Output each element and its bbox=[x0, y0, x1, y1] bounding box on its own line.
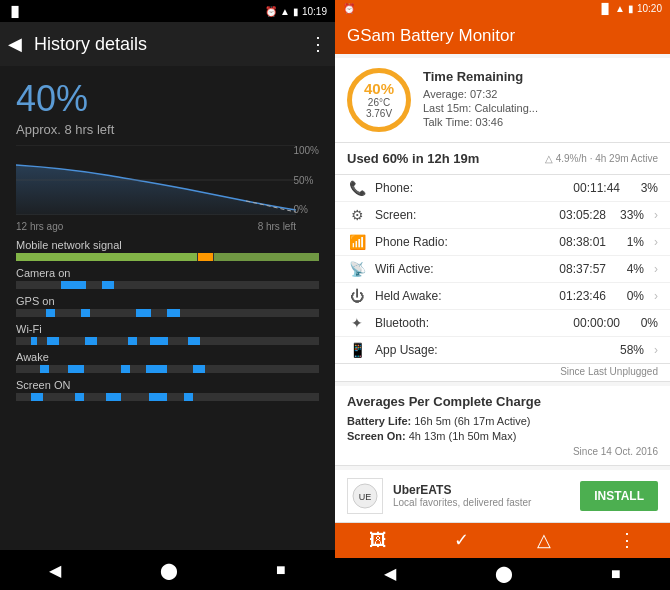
nav-home-right[interactable]: ⬤ bbox=[495, 564, 513, 583]
last15-label: Last 15m: bbox=[423, 102, 471, 114]
chart-labels: 100% 50% 0% bbox=[293, 145, 319, 215]
usage-list: 📞 Phone: 00:11:44 3% ⚙ Screen: 03:05:28 … bbox=[335, 175, 670, 364]
wifi-usage-icon: 📡 bbox=[347, 261, 367, 277]
screen-on-label: Screen On: bbox=[347, 430, 406, 442]
screen-on-val: 4h 13m (1h 50m Max) bbox=[409, 430, 517, 442]
averages-screen-on: Screen On: 4h 13m (1h 50m Max) bbox=[347, 430, 658, 442]
last15-val: Calculating... bbox=[474, 102, 538, 114]
talktime-val: 03:46 bbox=[476, 116, 504, 128]
usage-pct-radio: 1% bbox=[614, 235, 644, 249]
usage-pct-app: 58% bbox=[614, 343, 644, 357]
nav-recents-right[interactable]: ■ bbox=[611, 565, 621, 583]
usage-time-bt: 00:00:00 bbox=[565, 316, 620, 330]
usage-item-phone[interactable]: 📞 Phone: 00:11:44 3% bbox=[335, 175, 670, 202]
battery-circle: 40% 26°C 3.76V bbox=[347, 68, 411, 132]
app-usage-icon: 📱 bbox=[347, 342, 367, 358]
nav-recents-left[interactable]: ■ bbox=[276, 561, 286, 579]
screen-icon: ⚙ bbox=[347, 207, 367, 223]
bottom-nav-orange: 🖼 ✓ △ ⋮ bbox=[335, 523, 670, 558]
nav-icon-check[interactable]: ✓ bbox=[454, 529, 469, 551]
nav-overflow-right[interactable]: ⋮ bbox=[618, 529, 636, 551]
svg-text:UE: UE bbox=[359, 492, 372, 502]
install-button[interactable]: INSTALL bbox=[580, 481, 658, 511]
chart-label-0: 0% bbox=[293, 204, 319, 215]
back-button[interactable]: ◀ bbox=[8, 33, 22, 55]
app-header: GSam Battery Monitor bbox=[335, 18, 670, 54]
nav-home-left[interactable]: ⬤ bbox=[160, 561, 178, 580]
bottom-nav-left: ◀ ⬤ ■ bbox=[0, 550, 335, 590]
signal-label-wifi: Wi-Fi bbox=[16, 323, 319, 335]
left-panel: ▐▌ ⏰ ▲ ▮ 10:19 ◀ History details ⋮ 40% A… bbox=[0, 0, 335, 590]
phone-icon: 📞 bbox=[347, 180, 367, 196]
bottom-system-nav-right: ◀ ⬤ ■ bbox=[335, 558, 670, 590]
battery-icon-right: ▮ bbox=[628, 3, 634, 14]
signal-bar-gps bbox=[16, 309, 319, 317]
alarm-icon-right: ⏰ bbox=[343, 3, 355, 14]
usage-pct-bt: 0% bbox=[628, 316, 658, 330]
signal-label-gps: GPS on bbox=[16, 295, 319, 307]
average-val: 07:32 bbox=[470, 88, 498, 100]
overflow-menu-button[interactable]: ⋮ bbox=[309, 33, 327, 55]
usage-pct-awake: 0% bbox=[614, 289, 644, 303]
chart-time-left: 12 hrs ago bbox=[16, 221, 63, 232]
usage-item-bt: ✦ Bluetooth: 00:00:00 0% bbox=[335, 310, 670, 337]
chart-label-100: 100% bbox=[293, 145, 319, 156]
status-bar-right-icons: ⏰ ▲ ▮ 10:19 bbox=[265, 6, 327, 17]
usage-name-screen: Screen: bbox=[375, 208, 543, 222]
signal-icon-right: ▐▌ bbox=[598, 3, 612, 14]
battery-chart: 100% 50% 0% 12 hrs ago 8 hrs left bbox=[0, 145, 335, 235]
battery-percentage: 40% bbox=[0, 66, 335, 122]
usage-time-wifi: 08:37:57 bbox=[551, 262, 606, 276]
usage-time-awake: 01:23:46 bbox=[551, 289, 606, 303]
usage-name-phone: Phone: bbox=[375, 181, 557, 195]
battery-info-right: Time Remaining Average: 07:32 Last 15m: … bbox=[423, 69, 658, 130]
chevron-screen-icon: › bbox=[654, 208, 658, 222]
signal-label-camera: Camera on bbox=[16, 267, 319, 279]
usage-item-awake[interactable]: ⏻ Held Awake: 01:23:46 0% › bbox=[335, 283, 670, 310]
talktime-label: Talk Time: bbox=[423, 116, 473, 128]
average-label: Average: bbox=[423, 88, 467, 100]
battery-chart-svg bbox=[16, 145, 296, 215]
usage-name-wifi: Wifi Active: bbox=[375, 262, 543, 276]
battery-circle-volt: 3.76V bbox=[366, 108, 392, 119]
since-charge-text: Since 14 Oct. 2016 bbox=[347, 446, 658, 457]
battery-icon: ▮ bbox=[293, 6, 299, 17]
usage-pct-wifi: 4% bbox=[614, 262, 644, 276]
usage-header: Used 60% in 12h 19m △ 4.9%/h · 4h 29m Ac… bbox=[335, 143, 670, 175]
nav-icon-image[interactable]: 🖼 bbox=[369, 530, 387, 551]
nav-icon-alert[interactable]: △ bbox=[537, 529, 551, 551]
nav-back-right[interactable]: ◀ bbox=[384, 564, 396, 583]
signal-bar-screen bbox=[16, 393, 319, 401]
averages-card: Averages Per Complete Charge Battery Lif… bbox=[335, 386, 670, 466]
chevron-awake-icon: › bbox=[654, 289, 658, 303]
chevron-wifi-icon: › bbox=[654, 262, 658, 276]
usage-name-awake: Held Awake: bbox=[375, 289, 543, 303]
ad-subtitle: Local favorites, delivered faster bbox=[393, 497, 570, 508]
status-bar-left-space: ⏰ bbox=[343, 3, 355, 14]
time-row-average: Average: 07:32 bbox=[423, 88, 658, 100]
wifi-icon-right: ▲ bbox=[615, 3, 625, 14]
nav-back-left[interactable]: ◀ bbox=[49, 561, 61, 580]
signal-row-mobile: Mobile network signal bbox=[16, 239, 319, 261]
usage-item-radio[interactable]: 📶 Phone Radio: 08:38:01 1% › bbox=[335, 229, 670, 256]
averages-title: Averages Per Complete Charge bbox=[347, 394, 658, 409]
ad-icon: UE bbox=[347, 478, 383, 514]
usage-header-right: △ 4.9%/h · 4h 29m Active bbox=[545, 153, 658, 164]
awake-icon: ⏻ bbox=[347, 288, 367, 304]
usage-item-app[interactable]: 📱 App Usage: 58% › bbox=[335, 337, 670, 363]
usage-pct-screen: 33% bbox=[614, 208, 644, 222]
signal-row-camera: Camera on bbox=[16, 267, 319, 289]
chart-label-50: 50% bbox=[293, 175, 319, 186]
ad-text: UberEATS Local favorites, delivered fast… bbox=[393, 483, 570, 508]
usage-header-text: Used 60% in 12h 19m bbox=[347, 151, 479, 166]
usage-item-wifi[interactable]: 📡 Wifi Active: 08:37:57 4% › bbox=[335, 256, 670, 283]
wifi-icon: ▲ bbox=[280, 6, 290, 17]
since-unplugged-text: Since Last Unplugged bbox=[335, 364, 670, 382]
battery-approx: Approx. 8 hrs left bbox=[0, 122, 335, 145]
signal-rows: Mobile network signal Camera on GPS on bbox=[0, 235, 335, 550]
usage-item-screen[interactable]: ⚙ Screen: 03:05:28 33% › bbox=[335, 202, 670, 229]
signal-row-screen: Screen ON bbox=[16, 379, 319, 401]
battery-life-val: 16h 5m (6h 17m Active) bbox=[414, 415, 530, 427]
usage-time-radio: 08:38:01 bbox=[551, 235, 606, 249]
right-panel: ⏰ ▐▌ ▲ ▮ 10:20 GSam Battery Monitor 40% … bbox=[335, 0, 670, 590]
